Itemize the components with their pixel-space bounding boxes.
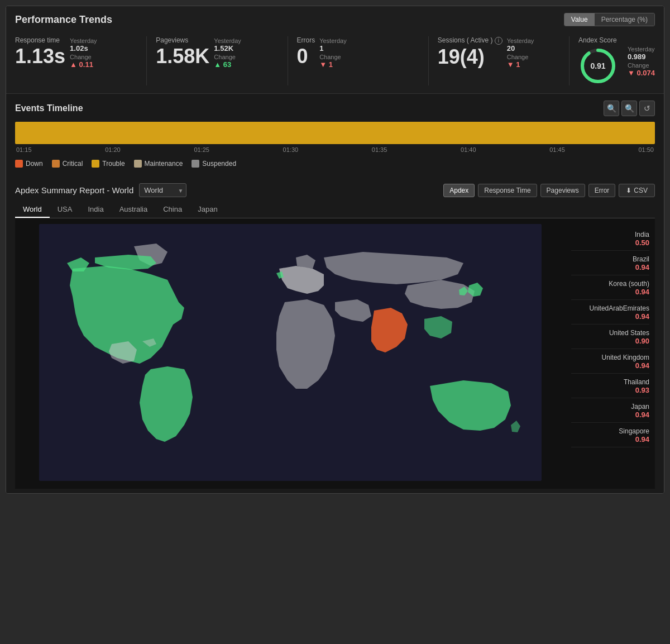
country-score-uae: 0.94 (635, 312, 649, 321)
tick-7: 01:50 (638, 146, 654, 153)
pageviews-value: 1.58K (156, 46, 209, 66)
pageviews-metric: Pageviews 1.58K Yesterday 1.52K Change 6… (156, 36, 288, 85)
sessions-secondary: Yesterday 20 Change 1 (507, 36, 534, 69)
map-legend: India 0.50 Brazil 0.94 Korea (south) 0.9… (566, 218, 655, 489)
country-row-us: United States 0.90 (571, 326, 649, 349)
response-time-change-value: 0.11 (70, 60, 97, 69)
country-name-us: United States (609, 329, 649, 337)
response-time-yesterday-label: Yesterday (70, 37, 97, 44)
legend-critical-dot (52, 160, 60, 168)
response-time-main: Response time 1.13s (15, 36, 65, 66)
pageviews-change-value: 63 (214, 60, 241, 69)
errors-main: Errors 0 (297, 36, 315, 66)
region-tab-world[interactable]: World (15, 202, 50, 218)
tick-3: 01:30 (283, 146, 299, 153)
errors-change-label: Change (319, 54, 347, 60)
andex-metric: Andex Score 0.91 Yesterday 0.989 Change … (578, 36, 655, 85)
andex-secondary: Yesterday 0.989 Change 0.074 (628, 45, 655, 77)
legend-row: Down Critical Trouble Maintenance Suspen… (15, 158, 655, 172)
legend-suspended-label: Suspended (202, 160, 236, 168)
world-map-svg (21, 224, 560, 481)
andex-yesterday-label: Yesterday (628, 46, 655, 53)
dashboard: Performance Trends Value Percentage (%) … (6, 6, 664, 494)
region-tab-australia[interactable]: Australia (112, 202, 156, 218)
country-row-korea: Korea (south) 0.94 (571, 276, 649, 300)
pageviews-yesterday-label: Yesterday (214, 37, 241, 44)
download-icon: ⬇ (626, 187, 631, 194)
events-title: Events Timeline (15, 103, 83, 113)
errors-value: 0 (297, 46, 315, 66)
response-time-yesterday-value: 1.02s (70, 44, 97, 53)
errors-label: Errors (297, 36, 315, 44)
legend-critical-label: Critical (63, 160, 83, 168)
region-tab-china[interactable]: China (155, 202, 190, 218)
map-section: India 0.50 Brazil 0.94 Korea (south) 0.9… (15, 218, 655, 489)
apdex-title-group: Apdex Summary Report - World World USA I… (15, 183, 186, 197)
apdex-section: Apdex Summary Report - World World USA I… (6, 176, 664, 493)
sessions-yesterday-label: Yesterday (507, 37, 534, 44)
legend-critical: Critical (52, 160, 83, 168)
country-name-singapore: Singapore (619, 427, 649, 435)
map-container (15, 218, 566, 489)
tick-2: 01:25 (194, 146, 209, 153)
errors-metric: Errors 0 Yesterday 1 Change 1 (297, 36, 429, 85)
country-name-uk: United Kingdom (602, 354, 649, 361)
percentage-toggle[interactable]: Percentage (%) (595, 13, 654, 26)
metrics-row: Response time 1.13s Yesterday 1.02s Chan… (6, 31, 664, 94)
csv-label: CSV (634, 187, 648, 194)
pageviews-main: Pageviews 1.58K (156, 36, 209, 66)
tick-4: 01:35 (372, 146, 387, 153)
tick-0: 01:15 (16, 146, 32, 153)
sessions-info-icon[interactable]: i (495, 37, 502, 45)
country-score-japan: 0.94 (635, 411, 649, 419)
sessions-change-value: 1 (507, 60, 534, 69)
country-score-uk: 0.94 (635, 361, 649, 370)
country-score-brazil: 0.94 (635, 263, 649, 271)
legend-suspended-dot (192, 160, 199, 168)
errors-change-value: 1 (319, 60, 347, 69)
country-score-singapore: 0.94 (635, 435, 649, 443)
zoom-out-icon[interactable]: 🔍 (621, 101, 637, 116)
region-tab-japan[interactable]: Japan (190, 202, 225, 218)
legend-maintenance: Maintenance (134, 160, 183, 168)
apdex-title: Apdex Summary Report - World (15, 185, 133, 195)
legend-trouble-label: Trouble (102, 160, 125, 168)
country-score-thailand: 0.93 (635, 386, 649, 394)
region-tabs: World USA India Australia China Japan (15, 202, 655, 218)
perf-title: Performance Trends (15, 14, 112, 26)
legend-trouble: Trouble (92, 160, 125, 168)
country-name-japan: Japan (631, 403, 649, 411)
andex-yesterday-value: 0.989 (628, 53, 655, 61)
errors-yesterday-value: 1 (319, 44, 347, 53)
response-time-label: Response time (15, 36, 65, 44)
andex-change-value: 0.074 (628, 69, 655, 77)
region-tab-india[interactable]: India (80, 202, 111, 218)
country-row-thailand: Thailand 0.93 (571, 375, 649, 398)
apdex-header: Apdex Summary Report - World World USA I… (15, 183, 655, 197)
sessions-yesterday-value: 20 (507, 44, 534, 53)
country-row-brazil: Brazil 0.94 (571, 252, 649, 275)
apdex-tab-apdex[interactable]: Apdex (443, 184, 475, 197)
apdex-controls: Apdex Response Time Pageviews Error ⬇ CS… (443, 184, 655, 197)
errors-yesterday-label: Yesterday (319, 37, 347, 44)
response-time-change-label: Change (70, 54, 97, 60)
value-toggle[interactable]: Value (564, 13, 595, 26)
region-tab-usa[interactable]: USA (50, 202, 80, 218)
perf-header: Performance Trends Value Percentage (%) (6, 6, 664, 31)
legend-trouble-dot (92, 160, 99, 168)
pageviews-yesterday-value: 1.52K (214, 44, 241, 53)
apdex-tab-pageviews[interactable]: Pageviews (540, 184, 585, 197)
errors-secondary: Yesterday 1 Change 1 (319, 36, 347, 69)
apdex-dropdown[interactable]: World USA India Australia China Japan (139, 183, 186, 197)
zoom-in-icon[interactable]: 🔍 (604, 101, 619, 116)
apdex-tab-response[interactable]: Response Time (478, 184, 537, 197)
legend-down: Down (15, 160, 43, 168)
csv-button[interactable]: ⬇ CSV (619, 184, 655, 197)
reset-zoom-icon[interactable]: ↺ (639, 101, 655, 116)
country-row-singapore: Singapore 0.94 (571, 424, 649, 447)
tick-1: 01:20 (105, 146, 121, 153)
apdex-dropdown-wrapper: World USA India Australia China Japan ▼ (139, 183, 186, 197)
pageviews-change-label: Change (214, 54, 241, 60)
country-row-uae: UnitedArabEmirates 0.94 (571, 301, 649, 325)
apdex-tab-error[interactable]: Error (588, 184, 616, 197)
